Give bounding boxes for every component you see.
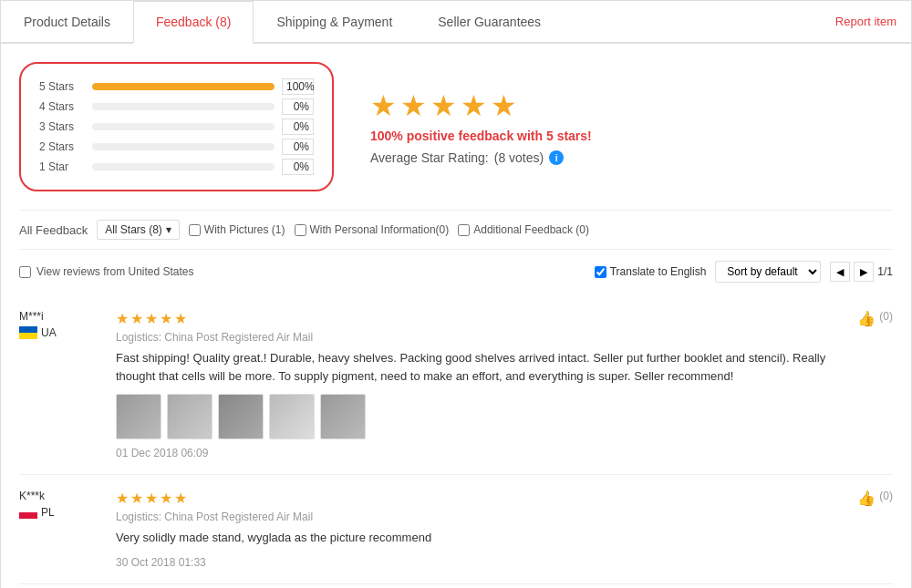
with-pictures-checkbox[interactable]: [189, 224, 201, 236]
reviewer-country-label-2: PL: [41, 506, 55, 519]
view-reviews-label: View reviews from United States: [36, 265, 194, 278]
review-content-1: ★ ★ ★ ★ ★ Logistics: China Post Register…: [116, 310, 843, 459]
review-star-1-3: ★: [145, 310, 158, 327]
view-reviews-checkbox[interactable]: [19, 266, 31, 278]
review-image-5[interactable]: [320, 394, 366, 439]
star-icon-3: ★: [430, 88, 457, 123]
stars-display: ★ ★ ★ ★ ★: [370, 88, 592, 123]
review-item: K***k PL ★ ★ ★ ★ ★ Logistics: China Post…: [19, 475, 893, 584]
star-label-1: 1 Star: [39, 160, 85, 173]
page-nav: ◀ ▶ 1/1: [830, 262, 893, 282]
review-item: M***i UA ★ ★ ★ ★ ★ Logistics: China Post…: [19, 295, 893, 475]
star-icon-4: ★: [461, 88, 487, 123]
review-like-2[interactable]: 👍 (0): [857, 490, 893, 569]
reviews-list: M***i UA ★ ★ ★ ★ ★ Logistics: China Post…: [19, 295, 893, 584]
review-star-1-4: ★: [160, 310, 172, 327]
view-right: Translate to English Sort by default ◀ ▶…: [595, 261, 893, 283]
all-stars-label: All Stars (8): [105, 223, 162, 236]
star-bars-container: 5 Stars 100% 4 Stars 0% 3 Stars: [19, 62, 334, 191]
bar-container-2: [92, 143, 275, 150]
bar-container-4: [92, 103, 275, 110]
review-star-2-3: ★: [145, 490, 158, 507]
flag-icon-ua: [19, 326, 37, 339]
reviewer-name-1: M***i: [19, 310, 101, 323]
review-star-2-1: ★: [116, 490, 129, 507]
review-like-count-1: (0): [879, 310, 893, 323]
additional-checkbox[interactable]: [458, 224, 470, 236]
review-like-count-2: (0): [879, 490, 893, 502]
tab-shipping[interactable]: Shipping & Payment: [254, 1, 415, 42]
review-date-2: 30 Oct 2018 01:33: [116, 556, 843, 569]
page-prev-button[interactable]: ◀: [830, 262, 850, 282]
tab-seller-guarantees[interactable]: Seller Guarantees: [415, 1, 564, 42]
reviewer-country-2: PL: [19, 506, 101, 519]
star-row-3: 3 Stars 0%: [39, 119, 314, 135]
review-images-1: [116, 394, 843, 439]
review-like-1[interactable]: 👍 (0): [857, 310, 893, 459]
all-feedback-label: All Feedback: [19, 223, 88, 237]
with-pictures-label: With Pictures (1): [204, 223, 285, 236]
bar-pct-3: 0%: [282, 119, 314, 135]
star-label-3: 3 Stars: [39, 120, 85, 133]
translate-check[interactable]: Translate to English: [595, 265, 707, 278]
review-text-1: Fast shipping! Quality great.! Durable, …: [116, 349, 843, 385]
review-image-2[interactable]: [167, 394, 212, 439]
thumbs-up-icon-2: 👍: [857, 490, 876, 507]
reviewer-country-label-1: UA: [41, 326, 57, 339]
rating-right: ★ ★ ★ ★ ★ 100% positive feedback with 5 …: [370, 62, 592, 191]
star-icon-2: ★: [400, 88, 427, 123]
all-stars-select[interactable]: All Stars (8) ▾: [97, 220, 180, 240]
translate-label: Translate to English: [610, 265, 707, 278]
reviewer-info-1: M***i UA: [19, 310, 101, 459]
review-image-3[interactable]: [218, 394, 264, 439]
review-image-1[interactable]: [116, 394, 161, 439]
bar-fill-5: [92, 83, 275, 90]
bar-pct-4: 0%: [282, 98, 314, 115]
translate-checkbox[interactable]: [595, 266, 606, 278]
tab-spacer: [564, 1, 821, 42]
with-personal-check[interactable]: With Personal Information(0): [295, 223, 450, 236]
star-row-5: 5 Stars 100%: [39, 78, 314, 95]
review-logistics-2: Logistics: China Post Registered Air Mai…: [116, 511, 843, 523]
report-item-link[interactable]: Report item: [821, 2, 911, 41]
info-icon[interactable]: i: [549, 150, 564, 165]
star-label-4: 4 Stars: [39, 100, 85, 113]
star-icon-1: ★: [370, 88, 397, 123]
tab-product-details[interactable]: Product Details: [1, 1, 133, 42]
page-next-button[interactable]: ▶: [854, 262, 874, 282]
review-star-2-4: ★: [160, 490, 172, 507]
votes-label: (8 votes): [494, 150, 544, 165]
avg-rating-label: Average Star Rating:: [370, 150, 489, 165]
review-star-1-1: ★: [116, 310, 129, 327]
review-stars-1: ★ ★ ★ ★ ★: [116, 310, 843, 327]
review-star-2-5: ★: [174, 490, 187, 507]
view-bar: View reviews from United States Translat…: [19, 261, 893, 283]
bar-container-3: [92, 123, 275, 130]
review-text-2: Very solidly made stand, wyglada as the …: [116, 529, 843, 547]
review-star-1-2: ★: [130, 310, 143, 327]
star-row-1: 1 Star 0%: [39, 159, 314, 175]
tabs-bar: Product Details Feedback (8) Shipping & …: [1, 1, 911, 44]
avg-rating: Average Star Rating: (8 votes) i: [370, 150, 592, 165]
additional-check[interactable]: Additional Feedback (0): [458, 223, 589, 236]
star-icon-5: ★: [491, 88, 517, 123]
page-info: 1/1: [877, 265, 893, 278]
with-pictures-check[interactable]: With Pictures (1): [189, 223, 285, 236]
with-personal-checkbox[interactable]: [295, 224, 306, 236]
review-star-1-5: ★: [174, 310, 187, 327]
reviewer-info-2: K***k PL: [19, 490, 101, 569]
positive-feedback-text: 100% positive feedback with 5 stars!: [370, 129, 592, 143]
additional-label: Additional Feedback (0): [473, 223, 589, 236]
star-label-2: 2 Stars: [39, 140, 85, 153]
tab-feedback[interactable]: Feedback (8): [133, 1, 254, 44]
review-image-4[interactable]: [269, 394, 315, 439]
rating-summary: 5 Stars 100% 4 Stars 0% 3 Stars: [19, 62, 893, 191]
view-left: View reviews from United States: [19, 265, 194, 278]
review-star-2-2: ★: [130, 490, 143, 507]
sort-select[interactable]: Sort by default: [715, 261, 821, 283]
review-logistics-1: Logistics: China Post Registered Air Mai…: [116, 331, 843, 344]
review-date-1: 01 Dec 2018 06:09: [116, 447, 843, 459]
flag-icon-pl: [19, 506, 37, 519]
thumbs-up-icon: 👍: [857, 310, 876, 327]
star-row-2: 2 Stars 0%: [39, 139, 314, 155]
